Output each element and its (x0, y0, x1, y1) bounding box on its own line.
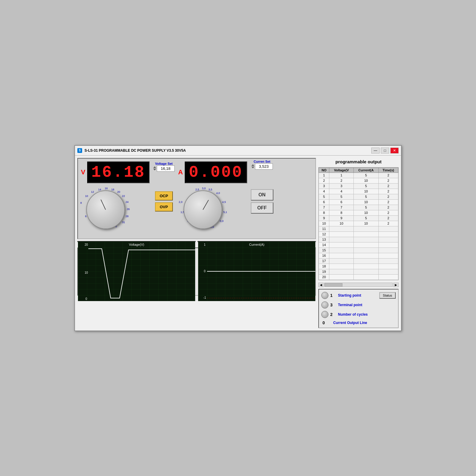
curr-set-input[interactable] (255, 163, 273, 170)
prog-cell-10-0[interactable]: 11 (319, 226, 329, 231)
prog-cell-8-0[interactable]: 9 (319, 215, 329, 221)
volt-down-arrow[interactable] (153, 169, 156, 170)
prog-cell-4-3[interactable]: 2 (378, 194, 398, 199)
scroll-right-btn[interactable]: ▶ (393, 283, 399, 287)
prog-cell-6-0[interactable]: 7 (319, 205, 329, 210)
prog-cell-3-0[interactable]: 4 (319, 189, 329, 194)
prog-cell-7-2[interactable]: 10 (353, 210, 378, 215)
prog-cell-11-0[interactable]: 12 (319, 231, 329, 237)
prog-cell-5-1[interactable]: 6 (329, 199, 354, 205)
prog-cell-18-0[interactable]: 19 (319, 269, 329, 274)
prog-cell-11-1[interactable] (329, 231, 354, 237)
prog-cell-13-0[interactable]: 14 (319, 242, 329, 248)
prog-cell-7-0[interactable]: 8 (319, 210, 329, 215)
prog-cell-14-1[interactable] (329, 248, 354, 253)
prog-cell-1-0[interactable]: 2 (319, 178, 329, 183)
prog-cell-6-2[interactable]: 5 (353, 205, 378, 210)
prog-cell-15-1[interactable] (329, 253, 354, 258)
restore-button[interactable]: □ (381, 148, 389, 154)
prog-cell-5-0[interactable]: 6 (319, 199, 329, 205)
starting-knob[interactable] (321, 292, 328, 299)
close-button[interactable]: ✕ (390, 148, 399, 154)
prog-cell-15-0[interactable]: 16 (319, 253, 329, 258)
prog-cell-3-2[interactable]: 10 (353, 189, 378, 194)
minimize-button[interactable]: — (371, 148, 380, 154)
prog-cell-3-1[interactable]: 4 (329, 189, 354, 194)
terminal-knob[interactable] (321, 301, 328, 309)
volt-up-arrow[interactable] (153, 166, 156, 168)
prog-cell-17-0[interactable]: 18 (319, 264, 329, 269)
prog-cell-12-2[interactable] (353, 237, 378, 242)
prog-cell-2-2[interactable]: 5 (353, 183, 378, 189)
prog-cell-13-2[interactable] (353, 242, 378, 248)
cycles-knob[interactable] (321, 311, 328, 318)
prog-cell-18-2[interactable] (353, 269, 378, 274)
status-button[interactable]: Status (379, 292, 396, 299)
prog-cell-19-2[interactable] (353, 274, 378, 280)
volt-set-input[interactable] (157, 165, 175, 172)
off-button[interactable]: OFF (251, 202, 273, 214)
scrollbar-track[interactable] (324, 283, 393, 287)
prog-cell-10-2[interactable] (353, 226, 378, 231)
scroll-left-btn[interactable]: ◀ (318, 283, 324, 287)
prog-cell-7-1[interactable]: 8 (329, 210, 354, 215)
prog-cell-0-0[interactable]: 1 (319, 173, 329, 178)
prog-cell-4-2[interactable]: 5 (353, 194, 378, 199)
on-button[interactable]: ON (251, 189, 273, 201)
prog-cell-4-1[interactable]: 5 (329, 194, 354, 199)
prog-cell-6-3[interactable]: 2 (378, 205, 398, 210)
prog-cell-13-3[interactable] (378, 242, 398, 248)
prog-cell-15-2[interactable] (353, 253, 378, 258)
prog-cell-2-3[interactable]: 2 (378, 183, 398, 189)
prog-cell-10-3[interactable] (378, 226, 398, 231)
prog-cell-6-1[interactable]: 7 (329, 205, 354, 210)
prog-cell-2-0[interactable]: 3 (319, 183, 329, 189)
prog-cell-5-2[interactable]: 10 (353, 199, 378, 205)
prog-cell-19-0[interactable]: 20 (319, 274, 329, 280)
curr-down-arrow[interactable] (251, 167, 254, 168)
prog-cell-11-3[interactable] (378, 231, 398, 237)
prog-cell-0-2[interactable]: 5 (353, 173, 378, 178)
voltage-knob[interactable] (86, 190, 125, 229)
prog-cell-7-3[interactable]: 2 (378, 210, 398, 215)
prog-cell-19-1[interactable] (329, 274, 354, 280)
prog-cell-1-2[interactable]: 10 (353, 178, 378, 183)
prog-cell-9-3[interactable]: 2 (378, 221, 398, 226)
scrollbar-thumb[interactable] (325, 283, 342, 287)
prog-cell-0-3[interactable]: 2 (378, 173, 398, 178)
prog-cell-16-0[interactable]: 17 (319, 258, 329, 264)
prog-cell-12-3[interactable] (378, 237, 398, 242)
prog-cell-10-1[interactable] (329, 226, 354, 231)
ocp-button[interactable]: OCP (155, 191, 173, 201)
prog-cell-9-2[interactable]: 10 (353, 221, 378, 226)
prog-cell-16-1[interactable] (329, 258, 354, 264)
prog-cell-11-2[interactable] (353, 231, 378, 237)
prog-cell-17-1[interactable] (329, 264, 354, 269)
curr-up-arrow[interactable] (251, 164, 254, 166)
prog-cell-9-1[interactable]: 10 (329, 221, 354, 226)
prog-cell-1-1[interactable]: 2 (329, 178, 354, 183)
prog-cell-14-3[interactable] (378, 248, 398, 253)
prog-cell-14-0[interactable]: 15 (319, 248, 329, 253)
prog-cell-17-3[interactable] (378, 264, 398, 269)
prog-cell-3-3[interactable]: 2 (378, 189, 398, 194)
prog-cell-13-1[interactable] (329, 242, 354, 248)
prog-cell-8-2[interactable]: 5 (353, 215, 378, 221)
prog-cell-12-1[interactable] (329, 237, 354, 242)
prog-cell-19-3[interactable] (378, 274, 398, 280)
prog-cell-8-1[interactable]: 9 (329, 215, 354, 221)
prog-cell-16-2[interactable] (353, 258, 378, 264)
prog-cell-12-0[interactable]: 13 (319, 237, 329, 242)
prog-cell-15-3[interactable] (378, 253, 398, 258)
prog-cell-17-2[interactable] (353, 264, 378, 269)
prog-table-container[interactable]: NO Voltage(V Current(A Time(s) 115222102… (318, 167, 399, 280)
prog-cell-18-3[interactable] (378, 269, 398, 274)
prog-cell-14-2[interactable] (353, 248, 378, 253)
prog-cell-5-3[interactable]: 2 (378, 199, 398, 205)
prog-cell-9-0[interactable]: 10 (319, 221, 329, 226)
prog-cell-4-0[interactable]: 5 (319, 194, 329, 199)
prog-cell-2-1[interactable]: 3 (329, 183, 354, 189)
prog-cell-18-1[interactable] (329, 269, 354, 274)
prog-cell-1-3[interactable]: 2 (378, 178, 398, 183)
prog-cell-0-1[interactable]: 1 (329, 173, 354, 178)
